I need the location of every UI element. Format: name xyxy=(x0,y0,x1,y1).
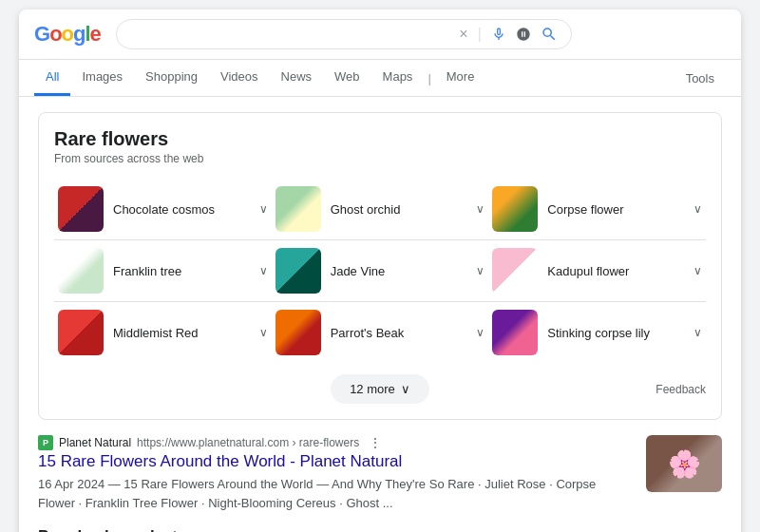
more-label: 12 more xyxy=(350,382,395,396)
flower-item[interactable]: Stinking corpse lily ∨ xyxy=(488,302,706,363)
flower-name-ghost: Ghost orchid xyxy=(331,202,467,217)
lens-icon[interactable] xyxy=(516,27,531,42)
result-url: https://www.planetnatural.com › rare-flo… xyxy=(137,436,359,449)
chevron-down-icon: ∨ xyxy=(476,202,484,216)
flower-item[interactable]: Ghost orchid ∨ xyxy=(272,179,489,240)
flower-thumb-corpse xyxy=(492,186,538,232)
clear-button[interactable]: × xyxy=(459,26,467,43)
flower-name-kadupul: Kadupul flower xyxy=(547,264,684,278)
flower-item[interactable]: Jade Vine ∨ xyxy=(272,240,489,302)
result-source: P Planet Natural https://www.planetnatur… xyxy=(38,435,635,450)
tab-maps[interactable]: Maps xyxy=(371,60,425,96)
chevron-down-icon: ∨ xyxy=(401,382,410,396)
tab-shopping[interactable]: Shopping xyxy=(134,60,209,96)
flower-name-chocolate: Chocolate cosmos xyxy=(113,202,250,217)
flower-item[interactable]: Corpse flower ∨ xyxy=(488,179,706,240)
flower-name-middlemist: Middlemist Red xyxy=(113,326,250,340)
chevron-down-icon: ∨ xyxy=(694,202,702,216)
search-input[interactable]: rare flowers xyxy=(130,27,452,42)
flower-name-stinking: Stinking corpse lily xyxy=(547,326,684,340)
flower-thumb-parrots xyxy=(276,310,321,355)
flower-thumb-chocolate xyxy=(58,186,104,232)
result-title[interactable]: 15 Rare Flowers Around the World - Plane… xyxy=(38,452,635,471)
tab-news[interactable]: News xyxy=(270,60,324,96)
chevron-down-icon: ∨ xyxy=(259,326,268,339)
chevron-down-icon: ∨ xyxy=(694,264,702,277)
nav-divider: | xyxy=(424,71,434,86)
flower-name-corpse: Corpse flower xyxy=(547,202,684,217)
flower-name-franklin: Franklin tree xyxy=(113,264,250,278)
flower-item[interactable]: Kadupul flower ∨ xyxy=(488,240,706,302)
flower-name-jade: Jade Vine xyxy=(331,264,467,278)
tab-more[interactable]: More xyxy=(435,60,486,96)
chevron-down-icon: ∨ xyxy=(259,264,268,277)
search-button[interactable] xyxy=(541,26,558,43)
paa-section: People also ask ⋮ What is the rarest flo… xyxy=(38,527,722,532)
main-content: Rare flowers From sources across the web… xyxy=(19,97,741,532)
flower-thumb-kadupul xyxy=(492,248,538,294)
flower-thumb-stinking xyxy=(492,310,538,355)
panel-subtitle: From sources across the web xyxy=(54,152,706,165)
flower-item[interactable]: Parrot's Beak ∨ xyxy=(272,302,489,363)
header: Google rare flowers × | xyxy=(19,10,741,60)
flower-thumb-middlemist xyxy=(58,310,104,355)
result-site-name: Planet Natural xyxy=(59,436,131,449)
flower-thumb-ghost xyxy=(276,186,321,232)
result-favicon: P xyxy=(38,435,53,450)
search-bar: rare flowers × | xyxy=(116,19,572,49)
search-icons: × | xyxy=(459,26,558,43)
mic-icon[interactable] xyxy=(491,27,506,42)
flower-item[interactable]: Franklin tree ∨ xyxy=(54,240,272,302)
flowers-panel: Rare flowers From sources across the web… xyxy=(38,112,722,420)
google-logo: Google xyxy=(34,22,101,47)
more-button[interactable]: 12 more ∨ xyxy=(331,374,429,404)
search-result: P Planet Natural https://www.planetnatur… xyxy=(38,435,722,512)
flowers-grid: Chocolate cosmos ∨ Ghost orchid ∨ Corpse… xyxy=(54,179,706,363)
chevron-down-icon: ∨ xyxy=(694,326,702,339)
result-body: P Planet Natural https://www.planetnatur… xyxy=(38,435,635,512)
chevron-down-icon: ∨ xyxy=(259,202,268,216)
tab-tools[interactable]: Tools xyxy=(674,62,726,95)
feedback-link[interactable]: Feedback xyxy=(656,383,706,396)
result-image: 🌸 xyxy=(646,435,722,492)
paa-title: People also ask xyxy=(38,527,160,532)
panel-title: Rare flowers xyxy=(54,128,706,150)
chevron-down-icon: ∨ xyxy=(476,326,484,339)
tab-images[interactable]: Images xyxy=(70,60,134,96)
flower-thumb-franklin xyxy=(58,248,104,294)
result-more-icon[interactable]: ⋮ xyxy=(369,435,382,450)
chevron-down-icon: ∨ xyxy=(476,264,484,277)
browser-window: Google rare flowers × | All Images Shopp xyxy=(19,10,741,532)
paa-header: People also ask ⋮ xyxy=(38,527,722,532)
tab-web[interactable]: Web xyxy=(323,60,371,96)
more-btn-row: 12 more ∨ Feedback xyxy=(54,374,706,404)
flower-name-parrots: Parrot's Beak xyxy=(331,326,467,340)
tab-all[interactable]: All xyxy=(34,60,70,96)
flower-thumb-jade xyxy=(276,248,321,294)
nav-tabs: All Images Shopping Videos News Web Maps… xyxy=(19,60,741,97)
flower-item[interactable]: Middlemist Red ∨ xyxy=(54,302,272,363)
paa-dots-icon[interactable]: ⋮ xyxy=(167,528,182,533)
tab-videos[interactable]: Videos xyxy=(209,60,270,96)
flower-item[interactable]: Chocolate cosmos ∨ xyxy=(54,179,272,240)
result-snippet: 16 Apr 2024 — 15 Rare Flowers Around the… xyxy=(38,475,635,512)
